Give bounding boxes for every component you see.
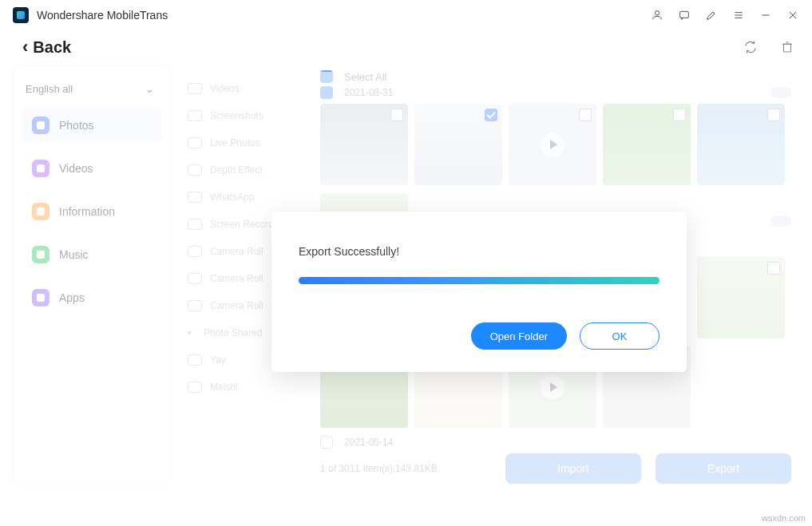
export-success-dialog: Export Successfully! Open Folder OK [271, 212, 687, 372]
watermark: wsxdn.com [762, 513, 806, 523]
minimize-icon[interactable] [759, 9, 772, 22]
svg-point-0 [655, 11, 659, 15]
refresh-icon[interactable] [743, 40, 758, 54]
menu-icon[interactable] [732, 9, 745, 22]
app-logo [13, 7, 29, 23]
open-folder-button[interactable]: Open Folder [471, 322, 567, 350]
chevron-left-icon[interactable]: ‹ [22, 37, 28, 57]
dialog-title: Export Successfully! [299, 245, 660, 258]
back-header: ‹ Back [0, 30, 812, 67]
titlebar: Wondershare MobileTrans [0, 0, 812, 30]
feedback-icon[interactable] [678, 9, 691, 22]
close-icon[interactable] [786, 9, 799, 22]
ok-button[interactable]: OK [580, 322, 660, 350]
trash-icon[interactable] [780, 40, 794, 54]
svg-rect-8 [784, 44, 791, 52]
svg-rect-1 [680, 11, 689, 18]
edit-icon[interactable] [705, 9, 718, 22]
app-title: Wondershare MobileTrans [37, 9, 168, 22]
progress-bar [299, 277, 660, 284]
back-button[interactable]: Back [33, 38, 71, 57]
user-icon[interactable] [651, 9, 663, 22]
